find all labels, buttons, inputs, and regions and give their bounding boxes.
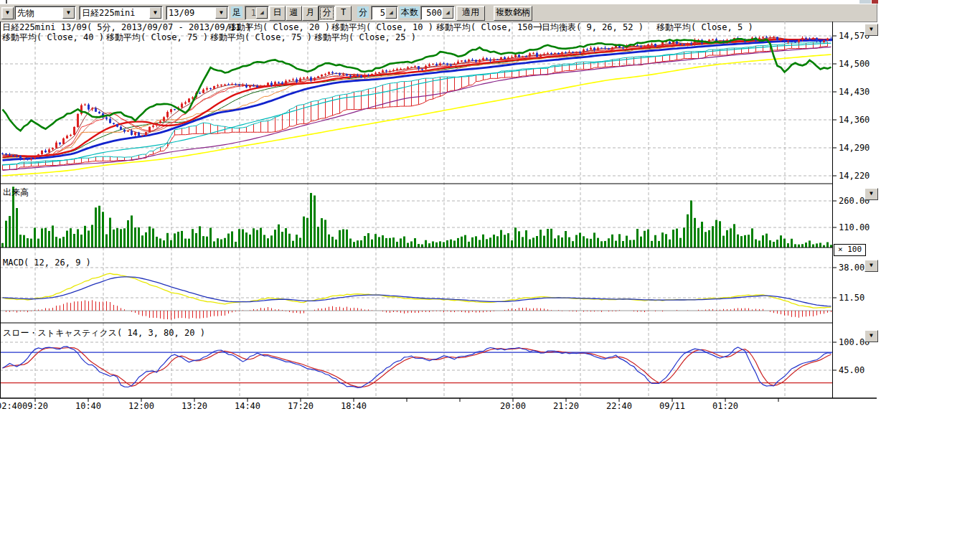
time-axis-label: 10:40	[75, 401, 101, 411]
bar-interval-value: 1	[251, 7, 256, 19]
volume-pane-label: 出来高	[3, 188, 29, 197]
minute-value: 5	[380, 7, 385, 19]
price-axis-label: 14,290	[839, 143, 870, 153]
price-axis-label: 14,430	[839, 87, 870, 97]
symbol-value: 日経225mini	[82, 7, 136, 19]
volume-bars	[1, 187, 832, 248]
legend-item: 移動平均( Close, 150 )	[436, 23, 543, 32]
bar-count-stepper[interactable]: 500 ◢	[420, 6, 455, 20]
macd-axis-label: 11.50	[839, 293, 864, 303]
chart-canvas	[0, 22, 882, 406]
stoch-pane-label: スロー・ストキャスティクス( 14, 3, 80, 20 )	[3, 329, 205, 338]
time-axis-label: 17:20	[288, 401, 314, 411]
legend-item: 一目均衡表( 9, 26, 52 )	[533, 23, 644, 32]
time-axis-label: 18:40	[341, 401, 367, 411]
period-button-1[interactable]: 日	[269, 6, 286, 21]
toolbar-dropdown-button[interactable]: ▼	[1, 7, 14, 19]
apply-button[interactable]: 適用	[456, 6, 485, 21]
time-axis-label: 22:40	[606, 401, 632, 411]
bar-count-label: 本数	[400, 6, 420, 18]
symbol-type-value: 先物	[17, 7, 34, 19]
legend-item: 移動平均( Close, 75 )	[210, 33, 312, 42]
symbol-select[interactable]: 日経225mini ▼	[79, 6, 163, 20]
contract-month-value: 13/09	[169, 7, 194, 19]
time-axis-label: 21:20	[553, 401, 579, 411]
macd-axis-label: 38.00	[839, 263, 864, 273]
minute-label: 分	[357, 6, 369, 18]
period-button-4[interactable]: 分	[319, 6, 335, 21]
stochastics-pane	[0, 347, 832, 388]
axes-borders	[0, 22, 877, 402]
bar-interval-stepper[interactable]: 1 ◢	[245, 6, 269, 20]
time-axis-label: 02:40	[0, 401, 22, 411]
price-axis-label: 14,500	[839, 59, 870, 69]
contract-month-select[interactable]: 13/09 ▼	[166, 6, 229, 20]
time-axis-label: 20:00	[500, 401, 526, 411]
candlesticks	[1, 36, 832, 161]
pane-scale-dropdown-button[interactable]: ▼	[864, 24, 878, 36]
volume-axis-label: 110.00	[839, 222, 870, 232]
macd-pane	[0, 273, 832, 319]
time-axis-label: 09/11	[659, 401, 685, 411]
time-axis-label: 12:00	[128, 401, 154, 411]
app-window: ▼ 先物 ▼ 日経225mini ▼ 13/09 ▼ 足 1 ◢ 分 5 ◢ 本…	[0, 0, 980, 551]
time-axis-label: 13:20	[182, 401, 207, 411]
price-axis-label: 14,220	[839, 171, 870, 181]
time-axis-label: 14:40	[235, 401, 260, 411]
legend-item: 移動平均( Close, 20 )	[228, 23, 330, 32]
moving-averages	[3, 37, 831, 176]
volume-multiplier-box: × 100	[834, 244, 866, 256]
legend-item: 移動平均( Close, 75 )	[106, 33, 208, 42]
pane-scale-dropdown-button[interactable]: ▼	[864, 260, 878, 272]
spinner-icon[interactable]: ◢	[256, 7, 268, 19]
price-axis-label: 14,360	[839, 115, 870, 125]
chevron-down-icon: ▼	[6, 9, 9, 16]
minute-stepper[interactable]: 5 ◢	[371, 6, 398, 20]
pane-scale-dropdown-button[interactable]: ▼	[864, 188, 878, 200]
period-button-2[interactable]: 週	[286, 6, 302, 21]
macd-pane-label: MACD( 12, 26, 9 )	[3, 258, 91, 268]
legend-item: 移動平均( Close, 40 )	[2, 33, 104, 42]
multi-symbol-button[interactable]: 複数銘柄	[494, 6, 532, 21]
chevron-down-icon[interactable]: ▼	[149, 7, 161, 19]
legend-item: 移動平均( Close, 25 )	[314, 33, 416, 42]
chevron-down-icon[interactable]: ▼	[215, 7, 227, 19]
toolbar: ▼ 先物 ▼ 日経225mini ▼ 13/09 ▼ 足 1 ◢ 分 5 ◢ 本…	[0, 4, 877, 22]
legend-item: 移動平均( Close, 5 )	[656, 23, 753, 32]
gridlines	[0, 22, 832, 398]
bar-type-label: 足	[231, 6, 242, 18]
bar-count-value: 500	[426, 7, 442, 19]
symbol-type-select[interactable]: 先物 ▼	[14, 6, 76, 20]
legend-item: 移動平均( Close, 10 )	[331, 23, 433, 32]
period-button-5[interactable]: T	[335, 6, 352, 21]
spinner-icon[interactable]: ◢	[385, 7, 397, 19]
period-button-3[interactable]: 月	[302, 6, 319, 21]
chevron-down-icon[interactable]: ▼	[62, 7, 75, 19]
legend-item: 日経225mini 13/09( 5分, 2013/09/07 - 2013/0…	[2, 23, 251, 32]
time-axis-label: 09:20	[22, 401, 48, 411]
spinner-icon[interactable]: ◢	[442, 7, 453, 19]
stoch-axis-label: 45.00	[839, 365, 864, 375]
pane-scale-dropdown-button[interactable]: ▼	[864, 330, 878, 342]
time-axis-label: 01:20	[712, 401, 738, 411]
chart-area: × 100 日経225mini 13/09( 5分, 2013/09/07 - …	[0, 22, 980, 551]
